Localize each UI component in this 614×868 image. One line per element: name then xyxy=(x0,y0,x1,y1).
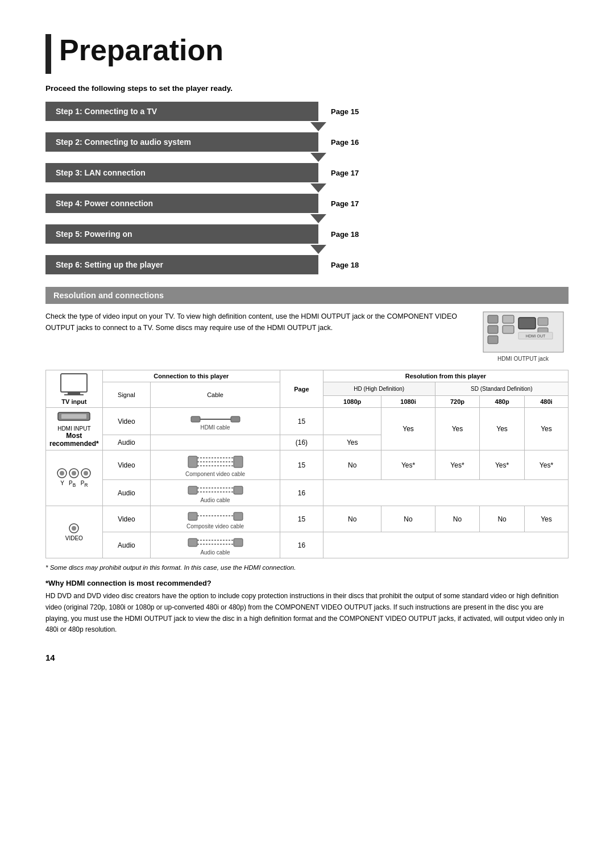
composite-cable-icon xyxy=(187,510,244,522)
res-1080i: 1080i xyxy=(381,396,435,408)
table-row: Y PB PR Video Component video cabl xyxy=(46,450,569,480)
svg-rect-18 xyxy=(231,416,240,422)
step-bar-4[interactable]: Step 4: Power connection xyxy=(45,194,318,213)
comp-480i: Yes* xyxy=(524,450,568,480)
hdmi-1080p xyxy=(323,408,381,435)
component-page-video: 15 xyxy=(280,450,323,480)
video-connector-icon xyxy=(69,523,79,533)
hdmi-cable-icon xyxy=(190,413,241,423)
component-label: Y PB PR xyxy=(49,480,99,488)
arrow-row-4 xyxy=(45,214,569,223)
svg-rect-29 xyxy=(234,456,243,468)
why-hdmi-text: HD DVD and DVD video disc creators have … xyxy=(45,591,569,636)
svg-point-35 xyxy=(72,526,76,531)
comp-vid-1080i: No xyxy=(381,506,435,532)
svg-rect-7 xyxy=(538,318,548,326)
step-bar-3[interactable]: Step 3: LAN connection xyxy=(45,163,318,182)
component-video-cable: Component video cable xyxy=(151,450,280,480)
step-page-2: Page 16 xyxy=(331,138,359,147)
composite-input-cell: VIDEO xyxy=(46,506,103,558)
pb-connector-icon xyxy=(69,468,79,478)
step-row-4: Step 4: Power connection Page 17 xyxy=(45,194,569,213)
comp-720p: Yes* xyxy=(435,450,480,480)
component-cable-label: Component video cable xyxy=(185,471,245,477)
table-row: VIDEO Video Composite video cable 15 No … xyxy=(46,506,569,532)
pr-connector-icon xyxy=(81,468,91,478)
svg-rect-2 xyxy=(488,326,498,333)
y-connector-icon xyxy=(57,468,67,478)
step-bar-6[interactable]: Step 6: Setting up the player xyxy=(45,255,318,274)
svg-rect-28 xyxy=(188,456,197,468)
component-audio-signal: Audio xyxy=(102,480,150,506)
res-720p: 720p xyxy=(435,396,480,408)
component-input-cell: Y PB PR xyxy=(46,450,103,506)
res-480p: 480p xyxy=(480,396,525,408)
composite-audio-cable-icon xyxy=(187,536,244,548)
svg-text:HDMI OUT: HDMI OUT xyxy=(525,334,545,338)
step-page-6: Page 18 xyxy=(331,261,359,269)
tv-input-header: TV input xyxy=(46,370,103,408)
hdmi-page-video: 15 xyxy=(280,408,323,435)
hdmi-input-label: HDMI INPUT xyxy=(49,425,99,432)
svg-rect-11 xyxy=(61,374,87,392)
hdmi-input-cell: HDMI INPUT Mostrecommended* xyxy=(46,408,103,450)
why-hdmi-title: *Why HDMI connection is most recommended… xyxy=(45,579,569,587)
tv-input-label: TV input xyxy=(49,398,99,405)
composite-video-cable: Composite video cable xyxy=(151,506,280,532)
sd-subheader: SD (Standard Definition) xyxy=(435,382,568,396)
arrow-row-3 xyxy=(45,183,569,193)
composite-audio-res xyxy=(323,532,568,558)
composite-cable-label: Composite video cable xyxy=(186,523,244,529)
table-row: Audio Audio cable 16 xyxy=(46,532,569,558)
title-accent-bar xyxy=(45,34,51,74)
step-row-1: Step 1: Connecting to a TV Page 15 xyxy=(45,102,569,121)
res-1080p: 1080p xyxy=(323,396,381,408)
svg-rect-32 xyxy=(188,486,197,494)
svg-rect-5 xyxy=(503,326,514,333)
svg-rect-12 xyxy=(68,392,80,394)
hdmi-output-diagram: HDMI OUT xyxy=(482,311,565,353)
component-video-signal: Video xyxy=(102,450,150,480)
composite-connector xyxy=(49,523,99,533)
composite-page-audio: 16 xyxy=(280,532,323,558)
audio-cable-label-component: Audio cable xyxy=(200,497,230,503)
resolution-description: Check the type of video input on your TV… xyxy=(45,311,467,362)
step-bar-1[interactable]: Step 1: Connecting to a TV xyxy=(45,102,318,121)
cable-subheader: Cable xyxy=(151,382,280,408)
resolution-header: Resolution from this player xyxy=(323,370,568,382)
page-title: Preparation xyxy=(59,34,223,66)
res-480i: 480i xyxy=(524,396,568,408)
step-row-6: Step 6: Setting up the player Page 18 xyxy=(45,255,569,274)
signal-cable-header: Connection to this player xyxy=(102,370,280,382)
signal-subheader: Signal xyxy=(102,382,150,408)
step-bar-5[interactable]: Step 5: Powering on xyxy=(45,224,318,244)
page-title-bar: Preparation xyxy=(45,34,569,74)
hdmi-cable-label: HDMI cable xyxy=(200,424,230,431)
svg-rect-3 xyxy=(488,336,498,344)
svg-point-22 xyxy=(72,471,76,475)
resolution-section: Check the type of video input on your TV… xyxy=(45,311,569,362)
component-audio-res xyxy=(323,480,568,506)
hdmi-480i: Yes xyxy=(524,408,568,450)
hdmi-diagram: HDMI OUT HDMI OUTPUT jack xyxy=(478,311,569,362)
component-audio-cable: Audio cable xyxy=(151,480,280,506)
svg-rect-33 xyxy=(234,486,243,494)
svg-rect-16 xyxy=(191,416,200,422)
step-bar-2[interactable]: Step 2: Connecting to audio system xyxy=(45,132,318,152)
composite-audio-cable: Audio cable xyxy=(151,532,280,558)
svg-rect-13 xyxy=(64,394,84,395)
svg-rect-41 xyxy=(188,539,197,546)
table-footnote: * Some discs may prohibit output in this… xyxy=(45,564,569,571)
arrow-down-3 xyxy=(310,183,326,193)
svg-rect-38 xyxy=(234,512,243,520)
component-audio-cable-icon xyxy=(187,483,244,496)
comp-vid-480p: No xyxy=(480,506,525,532)
tv-icon xyxy=(59,373,89,395)
arrow-down-1 xyxy=(310,122,326,131)
step-page-5: Page 18 xyxy=(331,230,359,239)
resolution-section-header: Resolution and connections xyxy=(45,287,569,304)
step-page-3: Page 17 xyxy=(331,169,359,177)
arrow-row-5 xyxy=(45,245,569,254)
composite-page-video: 15 xyxy=(280,506,323,532)
component-cable-icon xyxy=(187,454,244,470)
